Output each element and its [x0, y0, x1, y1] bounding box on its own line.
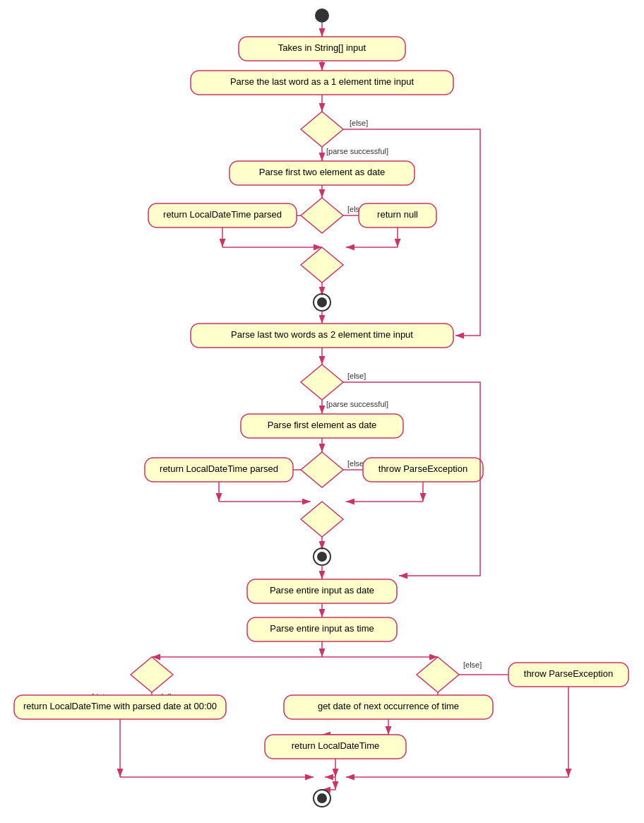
diamond-6	[301, 502, 343, 537]
diamond-3	[301, 247, 343, 283]
start-node	[315, 8, 329, 23]
node-parse-first-two-label: Parse first two element as date	[259, 167, 385, 177]
diamond-2	[301, 198, 343, 233]
node-throw-exc-2-label: throw ParseException	[524, 668, 613, 679]
diamond-1	[301, 112, 343, 147]
node-parse-entire-time-label: Parse entire input as time	[270, 623, 374, 634]
end-node-2-inner	[317, 552, 327, 562]
node-parse-first-elem-label: Parse first element as date	[268, 420, 377, 430]
node-get-date-next-label: get date of next occurrence of time	[318, 701, 459, 711]
node-return-null-label: return null	[377, 209, 418, 220]
label-else-4: [else]	[347, 372, 366, 380]
node-return-ldt-2-label: return LocalDateTime parsed	[160, 463, 278, 474]
label-else-1: [else]	[350, 119, 368, 127]
node-return-ldt-00-label: return LocalDateTime with parsed date at…	[23, 701, 217, 711]
end-node-final-inner	[317, 793, 327, 803]
node-parse-entire-date-label: Parse entire input as date	[270, 585, 374, 596]
diamond-7	[131, 657, 173, 692]
label-else-8: [else]	[463, 661, 482, 669]
diamond-5	[301, 452, 343, 487]
end-node-1-inner	[317, 297, 327, 307]
diamond-8	[417, 657, 459, 692]
node-return-ldt-1-label: return LocalDateTime parsed	[163, 209, 282, 220]
node-throw-exc-1-label: throw ParseException	[378, 463, 467, 474]
diamond-4	[301, 365, 343, 400]
arrow-else-1-path	[343, 129, 480, 336]
node-takes-in-label: Takes in String[] input	[278, 42, 366, 53]
node-return-ldt-3-label: return LocalDateTime	[292, 740, 380, 751]
label-parse-succ-1: [parse successful]	[326, 147, 388, 155]
node-parse-last-1-label: Parse the last word as a 1 element time …	[230, 76, 415, 87]
uml-activity-diagram: Takes in String[] input Parse the last w…	[0, 0, 644, 823]
node-parse-last-2-label: Parse last two words as 2 element time i…	[231, 329, 413, 340]
label-parse-succ-4: [parse successful]	[326, 400, 388, 408]
